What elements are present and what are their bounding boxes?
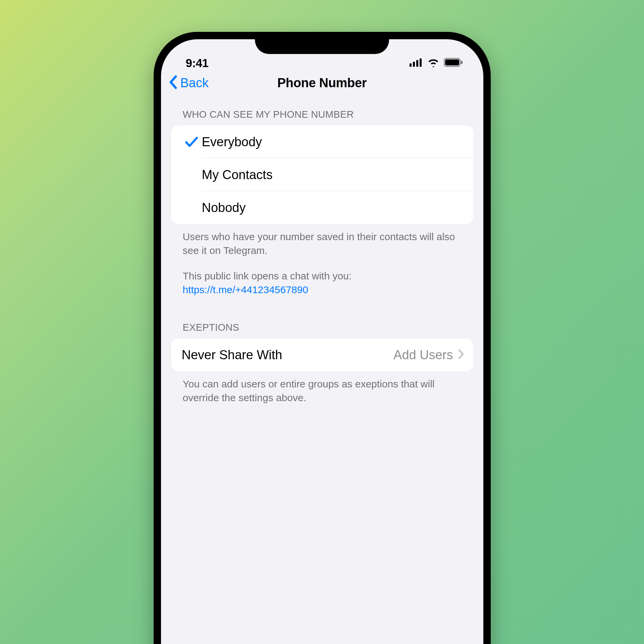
chevron-right-icon (458, 349, 465, 361)
visibility-options-group: Everybody My Contacts Nobody (171, 125, 473, 224)
section-footer-exceptions: You can add users or entire groups as ex… (171, 371, 473, 405)
option-label: Nobody (202, 201, 246, 215)
svg-rect-6 (461, 61, 463, 64)
svg-rect-3 (420, 58, 422, 67)
battery-icon (444, 58, 463, 68)
option-everybody[interactable]: Everybody (171, 125, 473, 158)
screen: 9:41 Back Phone Number (161, 39, 483, 644)
option-my-contacts[interactable]: My Contacts (171, 158, 473, 191)
row-value: Add Users (393, 348, 453, 362)
status-time: 9:41 (186, 56, 209, 70)
section-header-exceptions: EXEPTIONS (171, 322, 473, 338)
checkmark-icon (181, 136, 202, 148)
footer-text-1: Users who have your number saved in thei… (183, 230, 462, 257)
exceptions-group: Never Share With Add Users (171, 338, 473, 371)
phone-notch (255, 32, 389, 54)
option-nobody[interactable]: Nobody (171, 191, 473, 224)
section-footer-visibility: Users who have your number saved in thei… (171, 224, 473, 297)
svg-rect-2 (416, 60, 418, 67)
public-link[interactable]: https://t.me/+441234567890 (183, 284, 308, 295)
page-title: Phone Number (161, 76, 483, 90)
footer-text-2: This public link opens a chat with you: (183, 270, 352, 281)
option-label: My Contacts (202, 168, 273, 182)
svg-rect-1 (413, 62, 415, 67)
back-label: Back (180, 76, 209, 90)
never-share-with-row[interactable]: Never Share With Add Users (171, 338, 473, 371)
section-header-visibility: WHO CAN SEE MY PHONE NUMBER (171, 109, 473, 125)
option-label: Everybody (202, 135, 262, 149)
cellular-icon (410, 58, 423, 68)
svg-rect-0 (410, 63, 412, 67)
chevron-left-icon (168, 75, 178, 91)
wifi-icon (427, 58, 440, 68)
row-label: Never Share With (182, 348, 282, 362)
content: WHO CAN SEE MY PHONE NUMBER Everybody My… (161, 89, 483, 405)
status-icons (410, 58, 463, 68)
svg-rect-5 (445, 59, 459, 65)
back-button[interactable]: Back (168, 75, 209, 91)
phone-frame: 9:41 Back Phone Number (154, 32, 491, 644)
nav-bar: Back Phone Number (161, 78, 483, 89)
